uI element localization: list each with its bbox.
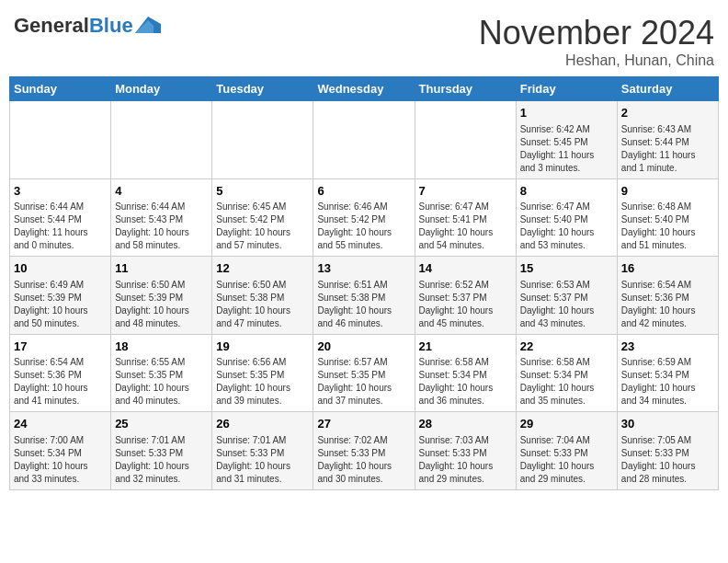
weekday-header-row: SundayMondayTuesdayWednesdayThursdayFrid… xyxy=(10,77,719,101)
day-info: Sunrise: 6:44 AM Sunset: 5:43 PM Dayligh… xyxy=(115,201,208,252)
day-info: Sunrise: 6:52 AM Sunset: 5:37 PM Dayligh… xyxy=(419,279,512,330)
day-number: 21 xyxy=(419,339,512,355)
calendar-cell: 6Sunrise: 6:46 AM Sunset: 5:42 PM Daylig… xyxy=(313,178,415,257)
calendar-cell xyxy=(10,101,111,179)
day-info: Sunrise: 6:58 AM Sunset: 5:34 PM Dayligh… xyxy=(520,356,613,408)
calendar-cell: 28Sunrise: 7:03 AM Sunset: 5:33 PM Dayli… xyxy=(415,412,516,490)
day-info: Sunrise: 6:46 AM Sunset: 5:42 PM Dayligh… xyxy=(317,201,410,252)
calendar-cell: 4Sunrise: 6:44 AM Sunset: 5:43 PM Daylig… xyxy=(111,178,212,257)
day-info: Sunrise: 6:53 AM Sunset: 5:37 PM Dayligh… xyxy=(520,279,613,330)
day-number: 23 xyxy=(621,339,714,355)
calendar-cell: 8Sunrise: 6:47 AM Sunset: 5:40 PM Daylig… xyxy=(516,178,617,257)
calendar-cell: 26Sunrise: 7:01 AM Sunset: 5:33 PM Dayli… xyxy=(212,412,313,490)
day-info: Sunrise: 6:44 AM Sunset: 5:44 PM Dayligh… xyxy=(14,201,107,252)
calendar-cell: 16Sunrise: 6:54 AM Sunset: 5:36 PM Dayli… xyxy=(617,257,718,335)
calendar-cell: 2Sunrise: 6:43 AM Sunset: 5:44 PM Daylig… xyxy=(617,101,718,179)
calendar-cell: 9Sunrise: 6:48 AM Sunset: 5:40 PM Daylig… xyxy=(617,178,718,257)
calendar-cell xyxy=(415,101,516,179)
day-number: 30 xyxy=(621,416,714,432)
day-info: Sunrise: 6:54 AM Sunset: 5:36 PM Dayligh… xyxy=(14,356,107,408)
day-info: Sunrise: 6:56 AM Sunset: 5:35 PM Dayligh… xyxy=(216,356,309,408)
day-info: Sunrise: 6:49 AM Sunset: 5:39 PM Dayligh… xyxy=(14,279,107,330)
calendar-cell: 11Sunrise: 6:50 AM Sunset: 5:39 PM Dayli… xyxy=(111,257,212,335)
day-number: 12 xyxy=(216,260,309,277)
day-info: Sunrise: 6:58 AM Sunset: 5:34 PM Dayligh… xyxy=(419,356,512,408)
day-info: Sunrise: 6:45 AM Sunset: 5:42 PM Dayligh… xyxy=(216,201,309,252)
day-info: Sunrise: 7:01 AM Sunset: 5:33 PM Dayligh… xyxy=(115,434,208,486)
calendar-cell: 13Sunrise: 6:51 AM Sunset: 5:38 PM Dayli… xyxy=(313,257,415,335)
day-number: 11 xyxy=(115,260,208,277)
day-number: 14 xyxy=(419,260,512,277)
day-number: 13 xyxy=(317,260,410,277)
week-row-5: 24Sunrise: 7:00 AM Sunset: 5:34 PM Dayli… xyxy=(10,412,719,490)
day-number: 24 xyxy=(14,416,107,432)
day-info: Sunrise: 6:42 AM Sunset: 5:45 PM Dayligh… xyxy=(520,123,613,175)
day-number: 2 xyxy=(621,105,714,121)
day-info: Sunrise: 7:05 AM Sunset: 5:33 PM Dayligh… xyxy=(621,434,714,486)
calendar-table: SundayMondayTuesdayWednesdayThursdayFrid… xyxy=(9,76,719,490)
month-title: November 2024 xyxy=(479,14,714,52)
day-info: Sunrise: 7:03 AM Sunset: 5:33 PM Dayligh… xyxy=(419,434,512,486)
calendar-cell xyxy=(212,101,313,179)
logo-blue: Blue xyxy=(89,14,133,38)
day-number: 15 xyxy=(520,260,613,277)
calendar-cell: 22Sunrise: 6:58 AM Sunset: 5:34 PM Dayli… xyxy=(516,334,617,412)
calendar-cell: 3Sunrise: 6:44 AM Sunset: 5:44 PM Daylig… xyxy=(10,178,111,257)
day-number: 10 xyxy=(14,260,107,277)
calendar-cell xyxy=(313,101,415,179)
day-number: 19 xyxy=(216,339,309,355)
calendar-cell: 29Sunrise: 7:04 AM Sunset: 5:33 PM Dayli… xyxy=(516,412,617,490)
day-info: Sunrise: 7:00 AM Sunset: 5:34 PM Dayligh… xyxy=(14,434,107,486)
weekday-header-sunday: Sunday xyxy=(10,77,111,101)
calendar-cell: 18Sunrise: 6:55 AM Sunset: 5:35 PM Dayli… xyxy=(111,334,212,412)
calendar-cell: 19Sunrise: 6:56 AM Sunset: 5:35 PM Dayli… xyxy=(212,334,313,412)
week-row-4: 17Sunrise: 6:54 AM Sunset: 5:36 PM Dayli… xyxy=(10,334,719,412)
calendar-cell: 25Sunrise: 7:01 AM Sunset: 5:33 PM Dayli… xyxy=(111,412,212,490)
title-section: November 2024 Heshan, Hunan, China xyxy=(479,14,714,69)
day-info: Sunrise: 7:01 AM Sunset: 5:33 PM Dayligh… xyxy=(216,434,309,486)
day-info: Sunrise: 7:02 AM Sunset: 5:33 PM Dayligh… xyxy=(317,434,410,486)
day-number: 16 xyxy=(621,260,714,277)
day-number: 25 xyxy=(115,416,208,432)
week-row-1: 1Sunrise: 6:42 AM Sunset: 5:45 PM Daylig… xyxy=(10,101,719,179)
day-info: Sunrise: 6:43 AM Sunset: 5:44 PM Dayligh… xyxy=(621,123,714,175)
day-number: 17 xyxy=(14,339,107,355)
day-number: 18 xyxy=(115,339,208,355)
logo-general: General xyxy=(14,14,89,38)
day-number: 1 xyxy=(520,105,613,121)
day-info: Sunrise: 6:47 AM Sunset: 5:41 PM Dayligh… xyxy=(419,201,512,252)
calendar-cell: 21Sunrise: 6:58 AM Sunset: 5:34 PM Dayli… xyxy=(415,334,516,412)
day-number: 6 xyxy=(317,183,410,200)
logo: General Blue xyxy=(14,14,161,38)
calendar-cell: 10Sunrise: 6:49 AM Sunset: 5:39 PM Dayli… xyxy=(10,257,111,335)
calendar-cell: 23Sunrise: 6:59 AM Sunset: 5:34 PM Dayli… xyxy=(617,334,718,412)
weekday-header-saturday: Saturday xyxy=(617,77,718,101)
calendar-cell: 5Sunrise: 6:45 AM Sunset: 5:42 PM Daylig… xyxy=(212,178,313,257)
calendar-cell: 24Sunrise: 7:00 AM Sunset: 5:34 PM Dayli… xyxy=(10,412,111,490)
day-info: Sunrise: 6:57 AM Sunset: 5:35 PM Dayligh… xyxy=(317,356,410,408)
day-number: 28 xyxy=(419,416,512,432)
day-info: Sunrise: 6:54 AM Sunset: 5:36 PM Dayligh… xyxy=(621,279,714,330)
logo-icon xyxy=(135,17,161,33)
day-info: Sunrise: 6:59 AM Sunset: 5:34 PM Dayligh… xyxy=(621,356,714,408)
calendar-cell: 17Sunrise: 6:54 AM Sunset: 5:36 PM Dayli… xyxy=(10,334,111,412)
day-number: 26 xyxy=(216,416,309,432)
day-number: 3 xyxy=(14,183,107,200)
day-info: Sunrise: 7:04 AM Sunset: 5:33 PM Dayligh… xyxy=(520,434,613,486)
weekday-header-tuesday: Tuesday xyxy=(212,77,313,101)
calendar-cell: 15Sunrise: 6:53 AM Sunset: 5:37 PM Dayli… xyxy=(516,257,617,335)
calendar-cell: 1Sunrise: 6:42 AM Sunset: 5:45 PM Daylig… xyxy=(516,101,617,179)
day-info: Sunrise: 6:50 AM Sunset: 5:39 PM Dayligh… xyxy=(115,279,208,330)
day-info: Sunrise: 6:55 AM Sunset: 5:35 PM Dayligh… xyxy=(115,356,208,408)
calendar-cell: 7Sunrise: 6:47 AM Sunset: 5:41 PM Daylig… xyxy=(415,178,516,257)
calendar-cell: 30Sunrise: 7:05 AM Sunset: 5:33 PM Dayli… xyxy=(617,412,718,490)
day-info: Sunrise: 6:51 AM Sunset: 5:38 PM Dayligh… xyxy=(317,279,410,330)
day-number: 9 xyxy=(621,183,714,200)
day-number: 8 xyxy=(520,183,613,200)
day-info: Sunrise: 6:47 AM Sunset: 5:40 PM Dayligh… xyxy=(520,201,613,252)
day-number: 7 xyxy=(419,183,512,200)
calendar-cell: 12Sunrise: 6:50 AM Sunset: 5:38 PM Dayli… xyxy=(212,257,313,335)
day-number: 22 xyxy=(520,339,613,355)
day-number: 27 xyxy=(317,416,410,432)
page-header: General Blue November 2024 Heshan, Hunan… xyxy=(9,9,719,69)
